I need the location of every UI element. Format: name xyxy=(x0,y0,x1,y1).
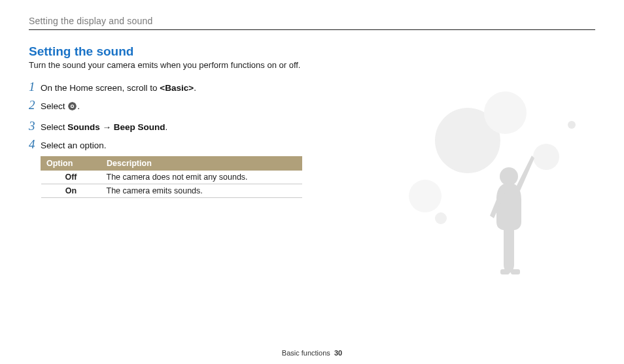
step-1-bold: <Basic> xyxy=(160,83,194,93)
bubble-icon xyxy=(435,212,447,224)
bubble-icon xyxy=(484,91,527,134)
step-number: 1 xyxy=(29,80,41,93)
bubble-icon xyxy=(568,121,576,129)
bubble-icon xyxy=(409,180,442,212)
options-table: Option Description Off The camera does n… xyxy=(41,156,302,198)
settings-icon xyxy=(67,101,77,115)
table-header-row: Option Description xyxy=(41,157,302,171)
svg-point-6 xyxy=(75,106,77,107)
step-number: 2 xyxy=(29,99,41,111)
step-text: Select . xyxy=(41,100,80,115)
svg-rect-13 xyxy=(511,269,520,274)
step-3: 3 Select Sounds → Beep Sound. xyxy=(29,120,310,134)
step-text: On the Home screen, scroll to <Basic>. xyxy=(41,82,196,95)
step-3-pre: Select xyxy=(41,122,67,132)
svg-point-2 xyxy=(71,105,73,107)
intro-text: Turn the sound your camera emits when yo… xyxy=(29,60,595,70)
step-3-post: . xyxy=(165,122,168,132)
bubble-icon xyxy=(435,108,500,173)
svg-rect-12 xyxy=(500,269,510,274)
svg-point-10 xyxy=(75,108,76,110)
child-silhouette-icon xyxy=(474,150,536,288)
step-2-pre: Select xyxy=(41,101,67,111)
svg-point-5 xyxy=(68,106,69,107)
description-cell: The camera does not emit any sounds. xyxy=(101,171,302,184)
step-1: 1 On the Home screen, scroll to <Basic>. xyxy=(29,80,310,95)
bubble-icon xyxy=(533,144,559,170)
step-number: 3 xyxy=(29,120,41,132)
table-row: On The camera emits sounds. xyxy=(41,184,302,198)
step-1-pre: On the Home screen, scroll to xyxy=(41,83,160,93)
description-cell: The camera emits sounds. xyxy=(101,184,302,198)
divider xyxy=(29,29,595,30)
section-title: Setting the sound xyxy=(29,44,595,59)
col-option: Option xyxy=(41,157,101,171)
table-row: Off The camera does not emit any sounds. xyxy=(41,171,302,184)
decorative-art xyxy=(386,78,595,301)
svg-point-8 xyxy=(75,103,76,105)
svg-point-3 xyxy=(72,102,73,103)
manual-page: Setting the display and sound Setting th… xyxy=(0,0,624,364)
page-footer: Basic functions 30 xyxy=(0,349,624,357)
svg-point-7 xyxy=(69,103,71,105)
step-2-post: . xyxy=(77,101,80,111)
step-1-post: . xyxy=(194,83,196,93)
arrow-icon: → xyxy=(100,122,114,132)
svg-point-9 xyxy=(69,108,71,110)
footer-section: Basic functions xyxy=(282,349,330,357)
option-cell: Off xyxy=(41,171,101,184)
step-number: 4 xyxy=(29,138,41,150)
footer-page-number: 30 xyxy=(334,349,342,357)
svg-point-11 xyxy=(500,167,518,186)
col-description: Description xyxy=(101,157,302,171)
steps-list: 1 On the Home screen, scroll to <Basic>.… xyxy=(29,80,310,198)
option-cell: On xyxy=(41,184,101,198)
step-text: Select Sounds → Beep Sound. xyxy=(41,121,167,134)
step-2: 2 Select . xyxy=(29,99,310,115)
step-3-b1: Sounds xyxy=(67,122,100,132)
breadcrumb: Setting the display and sound xyxy=(29,16,595,26)
svg-point-4 xyxy=(72,109,73,110)
step-3-b2: Beep Sound xyxy=(114,122,165,132)
step-text: Select an option. xyxy=(41,139,107,152)
step-4: 4 Select an option. xyxy=(29,138,310,152)
